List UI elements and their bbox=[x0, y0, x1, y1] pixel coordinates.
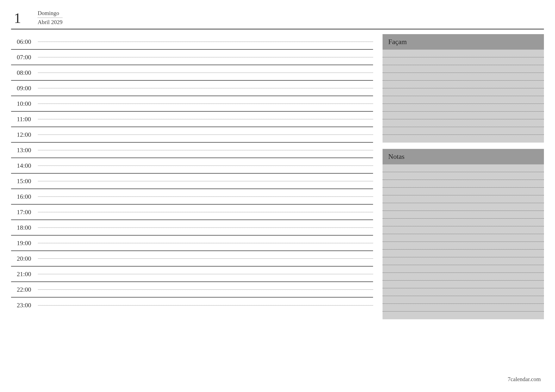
day-number: 1 bbox=[14, 11, 28, 26]
month-year: Abril 2029 bbox=[38, 19, 63, 26]
writing-line bbox=[383, 164, 544, 172]
writing-line bbox=[383, 188, 544, 195]
writing-line bbox=[383, 211, 544, 219]
planner-page: 1 Domingo Abril 2029 06:0007:0008:0009:0… bbox=[0, 0, 555, 392]
hour-row: 14:00 bbox=[11, 158, 373, 174]
writing-line bbox=[383, 88, 544, 96]
hour-row: 13:00 bbox=[11, 143, 373, 158]
writing-line bbox=[383, 104, 544, 112]
hour-label: 23:00 bbox=[11, 298, 38, 313]
hour-row: 18:00 bbox=[11, 220, 373, 235]
date-column: Domingo Abril 2029 bbox=[38, 9, 63, 26]
hour-row: 22:00 bbox=[11, 282, 373, 298]
hour-label: 21:00 bbox=[11, 266, 38, 282]
hour-writing-area bbox=[38, 189, 373, 204]
writing-line bbox=[383, 219, 544, 226]
hour-row: 06:00 bbox=[11, 34, 373, 50]
writing-line bbox=[383, 81, 544, 88]
writing-line bbox=[383, 57, 544, 65]
day-of-week: Domingo bbox=[38, 9, 63, 18]
schedule-column: 06:0007:0008:0009:0010:0011:0012:0013:00… bbox=[11, 34, 373, 319]
hour-writing-area bbox=[38, 50, 373, 65]
hour-label: 06:00 bbox=[11, 34, 38, 49]
hour-writing-area bbox=[38, 174, 373, 189]
hour-label: 17:00 bbox=[11, 205, 38, 220]
writing-line bbox=[383, 281, 544, 288]
hour-row: 07:00 bbox=[11, 50, 373, 65]
writing-line bbox=[383, 203, 544, 211]
body-columns: 06:0007:0008:0009:0010:0011:0012:0013:00… bbox=[11, 29, 544, 319]
hour-writing-area bbox=[38, 127, 373, 142]
hour-label: 14:00 bbox=[11, 158, 38, 173]
todo-lines bbox=[383, 50, 544, 143]
writing-line bbox=[383, 195, 544, 203]
hour-label: 18:00 bbox=[11, 220, 38, 235]
todo-title: Façam bbox=[383, 34, 544, 50]
writing-line bbox=[383, 226, 544, 234]
date-header: 1 Domingo Abril 2029 bbox=[11, 9, 544, 29]
hour-row: 17:00 bbox=[11, 205, 373, 220]
hour-label: 22:00 bbox=[11, 282, 38, 297]
hour-row: 09:00 bbox=[11, 81, 373, 96]
writing-line bbox=[383, 172, 544, 180]
writing-line bbox=[383, 135, 544, 143]
hour-writing-area bbox=[38, 96, 373, 111]
hour-row: 20:00 bbox=[11, 251, 373, 266]
hour-label: 12:00 bbox=[11, 127, 38, 142]
hour-label: 09:00 bbox=[11, 81, 38, 96]
notes-lines bbox=[383, 164, 544, 319]
writing-line bbox=[383, 112, 544, 119]
hour-label: 10:00 bbox=[11, 96, 38, 111]
writing-line bbox=[383, 304, 544, 312]
hour-writing-area bbox=[38, 220, 373, 235]
writing-line bbox=[383, 273, 544, 281]
hour-writing-area bbox=[38, 65, 373, 80]
hour-writing-area bbox=[38, 251, 373, 266]
hour-label: 07:00 bbox=[11, 50, 38, 65]
hour-writing-area bbox=[38, 298, 373, 313]
hour-writing-area bbox=[38, 34, 373, 49]
hour-row: 10:00 bbox=[11, 96, 373, 112]
writing-line bbox=[383, 265, 544, 273]
writing-line bbox=[383, 312, 544, 319]
writing-line bbox=[383, 65, 544, 73]
hour-label: 15:00 bbox=[11, 174, 38, 189]
hour-row: 11:00 bbox=[11, 112, 373, 127]
footer-credit: 7calendar.com bbox=[508, 376, 541, 383]
hour-row: 23:00 bbox=[11, 298, 373, 313]
hour-row: 15:00 bbox=[11, 174, 373, 189]
writing-line bbox=[383, 119, 544, 127]
todo-panel: Façam bbox=[383, 34, 544, 143]
hour-label: 16:00 bbox=[11, 189, 38, 204]
writing-line bbox=[383, 180, 544, 188]
writing-line bbox=[383, 96, 544, 104]
hour-writing-area bbox=[38, 282, 373, 297]
hour-label: 20:00 bbox=[11, 251, 38, 266]
writing-line bbox=[383, 127, 544, 135]
writing-line bbox=[383, 257, 544, 265]
hour-writing-area bbox=[38, 143, 373, 157]
hour-writing-area bbox=[38, 235, 373, 250]
hour-row: 21:00 bbox=[11, 266, 373, 282]
writing-line bbox=[383, 50, 544, 57]
notes-panel: Notas bbox=[383, 149, 544, 319]
writing-line bbox=[383, 288, 544, 296]
hour-label: 13:00 bbox=[11, 143, 38, 157]
writing-line bbox=[383, 234, 544, 242]
hour-writing-area bbox=[38, 81, 373, 96]
hour-row: 16:00 bbox=[11, 189, 373, 205]
hour-writing-area bbox=[38, 266, 373, 282]
writing-line bbox=[383, 296, 544, 304]
hour-writing-area bbox=[38, 158, 373, 173]
hour-label: 08:00 bbox=[11, 65, 38, 80]
hour-label: 19:00 bbox=[11, 235, 38, 250]
side-column: Façam Notas bbox=[383, 34, 544, 319]
hour-writing-area bbox=[38, 205, 373, 220]
hour-row: 12:00 bbox=[11, 127, 373, 143]
writing-line bbox=[383, 249, 544, 257]
hour-writing-area bbox=[38, 112, 373, 127]
hour-label: 11:00 bbox=[11, 112, 38, 127]
hour-row: 19:00 bbox=[11, 235, 373, 251]
notes-title: Notas bbox=[383, 149, 544, 164]
writing-line bbox=[383, 73, 544, 81]
